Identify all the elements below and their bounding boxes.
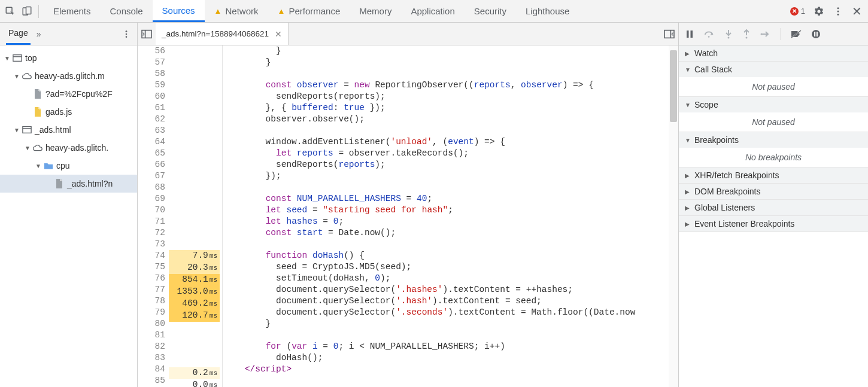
svg-point-6 [126,31,128,32]
line-number[interactable]: 71 [138,216,165,227]
line-number[interactable]: 79 [138,307,165,318]
line-number[interactable]: 68 [138,182,165,193]
timing-value [169,205,220,216]
line-number[interactable]: 80 [138,318,165,330]
close-tab-icon[interactable]: ✕ [275,29,282,39]
devtools-tab-console[interactable]: Console [101,0,153,22]
line-number[interactable]: 73 [138,239,165,250]
line-number[interactable]: 81 [138,330,165,341]
code-line: }); [224,170,678,182]
line-number[interactable]: 69 [138,193,165,205]
devtools-tab-security[interactable]: Security [465,0,516,22]
svg-point-17 [708,36,710,38]
line-number[interactable]: 62 [138,114,165,125]
tree-item[interactable]: _ads.html?n [0,175,137,193]
devtools-tab-performance[interactable]: ▲Performance [268,0,350,22]
line-number[interactable]: 56 [138,45,165,57]
debug-section-header[interactable]: ▶XHR/fetch Breakpoints [679,167,868,183]
code-line: for (var i = 0; i < NUM_PARALLEL_HASHERS… [224,341,678,352]
line-number[interactable]: 84 [138,364,165,375]
line-number[interactable]: 83 [138,352,165,364]
line-number[interactable]: 60 [138,91,165,102]
editor-scrollbar[interactable] [669,45,678,387]
line-number[interactable]: 65 [138,148,165,159]
tree-item[interactable]: ▼cpu [0,157,137,175]
tree-item-label: top [25,53,37,63]
step-out-icon[interactable] [742,29,751,39]
editor-nav-right-icon[interactable] [660,29,678,39]
debug-section-header[interactable]: ▶Global Listeners [679,200,868,215]
line-number[interactable]: 72 [138,227,165,239]
tab-label: Sources [162,5,195,16]
devtools-tab-application[interactable]: Application [401,0,464,22]
line-number[interactable]: 85 [138,375,165,386]
device-toolbar-icon[interactable] [22,6,32,17]
more-tabs-icon[interactable]: » [37,29,41,39]
kebab-menu-icon[interactable] [833,6,843,17]
settings-icon[interactable] [814,6,824,17]
debug-section: ▶DOM Breakpoints [679,184,868,200]
devtools-tab-network[interactable]: ▲Network [205,0,268,22]
tree-item-label: gads.js [45,107,72,117]
devtools-tab-sources[interactable]: Sources [153,0,205,22]
tree-item[interactable]: ▼top [0,49,137,67]
line-number[interactable]: 57 [138,57,165,68]
debug-section-header[interactable]: ▶Watch [679,45,868,61]
scroll-thumb[interactable] [670,50,677,122]
code-line [224,68,678,80]
line-number[interactable]: 67 [138,170,165,182]
devtools-tab-elements[interactable]: Elements [44,0,101,22]
tree-item[interactable]: ▼heavy-ads.glitch. [0,139,137,157]
timing-value [169,159,220,170]
line-number[interactable]: 70 [138,205,165,216]
inspect-icon[interactable] [5,6,16,17]
step-icon[interactable] [760,29,771,39]
svg-rect-24 [814,32,815,36]
debug-section-header[interactable]: ▶Event Listener Breakpoints [679,216,868,231]
line-number[interactable]: 59 [138,80,165,91]
chevron-right-icon: ▶ [685,50,691,57]
debug-section: ▶Watch [679,45,868,62]
deactivate-breakpoints-icon[interactable] [791,29,802,39]
line-number[interactable]: 64 [138,136,165,148]
timing-value [169,227,220,239]
step-into-icon[interactable] [724,29,733,39]
navigator-tab-page[interactable]: Page [6,23,31,45]
tree-item[interactable]: gads.js [0,103,137,121]
code-line [224,182,678,193]
line-number[interactable]: 63 [138,125,165,136]
timing-value [169,57,220,68]
line-number[interactable]: 66 [138,159,165,170]
tab-label: Console [110,6,143,16]
line-number[interactable]: 61 [138,102,165,114]
tree-item[interactable]: ▼heavy-ads.glitch.m [0,67,137,85]
line-number[interactable]: 77 [138,284,165,295]
line-number[interactable]: 76 [138,273,165,284]
step-over-icon[interactable] [704,29,715,39]
debug-section-header[interactable]: ▶DOM Breakpoints [679,184,868,199]
tree-item[interactable]: ▼_ads.html [0,121,137,139]
editor-nav-icon[interactable] [138,29,156,39]
pause-icon[interactable] [685,29,694,39]
svg-rect-11 [23,127,31,133]
line-number[interactable]: 74 [138,250,165,261]
error-indicator[interactable]: ✕ 1 [790,7,805,16]
pause-on-exceptions-icon[interactable] [811,29,821,39]
debug-section-header[interactable]: ▼Breakpoints [679,132,868,148]
line-number[interactable]: 82 [138,341,165,352]
close-devtools-icon[interactable]: ✕ [852,4,862,19]
tab-label: Elements [53,6,91,16]
navigator-menu-icon[interactable] [122,29,131,39]
line-number[interactable]: 78 [138,295,165,307]
chevron-right-icon: ▶ [685,172,691,179]
code-editor[interactable]: 5657585960616263646566676869707172737475… [138,45,678,387]
line-number[interactable]: 58 [138,68,165,80]
line-number[interactable]: 75 [138,261,165,273]
editor-tab[interactable]: _ads.html?n=1588944068621 ✕ [156,23,289,45]
chevron-right-icon: ▶ [685,221,691,227]
devtools-tab-memory[interactable]: Memory [350,0,401,22]
devtools-tab-lighthouse[interactable]: Lighthouse [516,0,579,22]
tree-item[interactable]: ?ad=%2Fcpu%2F [0,85,137,103]
debug-section-header[interactable]: ▼Call Stack [679,62,868,77]
debug-section-header[interactable]: ▼Scope [679,97,868,112]
